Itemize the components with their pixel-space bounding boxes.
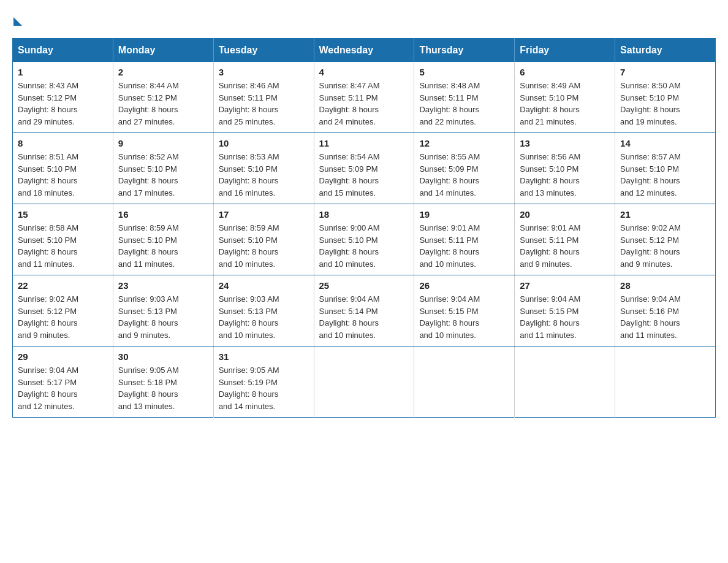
day-number: 26	[419, 280, 509, 291]
day-number: 29	[18, 351, 108, 362]
day-info: Sunrise: 9:04 AMSunset: 5:17 PMDaylight:…	[18, 364, 108, 412]
day-info: Sunrise: 8:55 AMSunset: 5:09 PMDaylight:…	[419, 151, 509, 199]
day-number: 13	[520, 138, 610, 148]
logo-arrow-icon	[13, 17, 22, 26]
calendar-cell: 26 Sunrise: 9:04 AMSunset: 5:15 PMDaylig…	[414, 275, 515, 347]
calendar-cell: 9 Sunrise: 8:52 AMSunset: 5:10 PMDayligh…	[113, 133, 213, 204]
day-info: Sunrise: 8:59 AMSunset: 5:10 PMDaylight:…	[118, 222, 208, 270]
calendar-cell: 21 Sunrise: 9:02 AMSunset: 5:12 PMDaylig…	[615, 204, 716, 275]
day-number: 8	[18, 138, 108, 148]
day-number: 28	[620, 280, 710, 291]
page-header	[12, 12, 716, 26]
day-number: 4	[319, 67, 409, 77]
day-number: 21	[620, 209, 710, 220]
day-number: 23	[118, 280, 208, 291]
calendar-week-row: 8 Sunrise: 8:51 AMSunset: 5:10 PMDayligh…	[13, 133, 716, 204]
calendar-cell: 2 Sunrise: 8:44 AMSunset: 5:12 PMDayligh…	[113, 62, 213, 133]
day-number: 15	[18, 209, 108, 220]
day-info: Sunrise: 9:02 AMSunset: 5:12 PMDaylight:…	[620, 222, 710, 270]
calendar-week-row: 29 Sunrise: 9:04 AMSunset: 5:17 PMDaylig…	[13, 347, 716, 418]
calendar-day-header-wednesday: Wednesday	[314, 39, 414, 63]
day-info: Sunrise: 8:53 AMSunset: 5:10 PMDaylight:…	[219, 151, 309, 199]
calendar-cell: 12 Sunrise: 8:55 AMSunset: 5:09 PMDaylig…	[414, 133, 515, 204]
day-info: Sunrise: 9:03 AMSunset: 5:13 PMDaylight:…	[118, 293, 208, 341]
day-number: 14	[620, 138, 710, 148]
calendar-cell: 8 Sunrise: 8:51 AMSunset: 5:10 PMDayligh…	[13, 133, 113, 204]
calendar-week-row: 15 Sunrise: 8:58 AMSunset: 5:10 PMDaylig…	[13, 204, 716, 275]
day-info: Sunrise: 9:05 AMSunset: 5:19 PMDaylight:…	[219, 364, 309, 412]
day-info: Sunrise: 9:00 AMSunset: 5:10 PMDaylight:…	[319, 222, 409, 270]
calendar-cell: 24 Sunrise: 9:03 AMSunset: 5:13 PMDaylig…	[213, 275, 314, 347]
calendar-cell	[615, 347, 716, 418]
day-number: 17	[219, 209, 309, 220]
calendar-cell: 1 Sunrise: 8:43 AMSunset: 5:12 PMDayligh…	[13, 62, 113, 133]
day-info: Sunrise: 9:01 AMSunset: 5:11 PMDaylight:…	[419, 222, 509, 270]
day-number: 6	[520, 67, 610, 77]
day-info: Sunrise: 8:49 AMSunset: 5:10 PMDaylight:…	[520, 80, 610, 128]
calendar-day-header-monday: Monday	[113, 39, 213, 63]
calendar-cell: 23 Sunrise: 9:03 AMSunset: 5:13 PMDaylig…	[113, 275, 213, 347]
day-info: Sunrise: 8:43 AMSunset: 5:12 PMDaylight:…	[18, 80, 108, 128]
day-info: Sunrise: 9:01 AMSunset: 5:11 PMDaylight:…	[520, 222, 610, 270]
day-info: Sunrise: 8:52 AMSunset: 5:10 PMDaylight:…	[118, 151, 208, 199]
day-info: Sunrise: 8:56 AMSunset: 5:10 PMDaylight:…	[520, 151, 610, 199]
calendar-day-header-sunday: Sunday	[13, 39, 113, 63]
calendar-cell: 31 Sunrise: 9:05 AMSunset: 5:19 PMDaylig…	[213, 347, 314, 418]
calendar-cell	[414, 347, 515, 418]
calendar-day-header-tuesday: Tuesday	[213, 39, 314, 63]
calendar-cell: 7 Sunrise: 8:50 AMSunset: 5:10 PMDayligh…	[615, 62, 716, 133]
calendar-cell: 3 Sunrise: 8:46 AMSunset: 5:11 PMDayligh…	[213, 62, 314, 133]
day-info: Sunrise: 9:02 AMSunset: 5:12 PMDaylight:…	[18, 293, 108, 341]
day-info: Sunrise: 9:04 AMSunset: 5:16 PMDaylight:…	[620, 293, 710, 341]
calendar-day-header-thursday: Thursday	[414, 39, 515, 63]
day-number: 16	[118, 209, 208, 220]
calendar-cell: 17 Sunrise: 8:59 AMSunset: 5:10 PMDaylig…	[213, 204, 314, 275]
day-number: 3	[219, 67, 309, 77]
calendar-cell: 27 Sunrise: 9:04 AMSunset: 5:15 PMDaylig…	[515, 275, 615, 347]
calendar-cell: 4 Sunrise: 8:47 AMSunset: 5:11 PMDayligh…	[314, 62, 414, 133]
day-number: 27	[520, 280, 610, 291]
calendar-cell: 14 Sunrise: 8:57 AMSunset: 5:10 PMDaylig…	[615, 133, 716, 204]
day-number: 5	[419, 67, 509, 77]
calendar-cell: 10 Sunrise: 8:53 AMSunset: 5:10 PMDaylig…	[213, 133, 314, 204]
day-number: 30	[118, 351, 208, 362]
calendar-cell: 16 Sunrise: 8:59 AMSunset: 5:10 PMDaylig…	[113, 204, 213, 275]
day-info: Sunrise: 9:03 AMSunset: 5:13 PMDaylight:…	[219, 293, 309, 341]
day-info: Sunrise: 8:58 AMSunset: 5:10 PMDaylight:…	[18, 222, 108, 270]
day-info: Sunrise: 9:05 AMSunset: 5:18 PMDaylight:…	[118, 364, 208, 412]
day-info: Sunrise: 8:46 AMSunset: 5:11 PMDaylight:…	[219, 80, 309, 128]
calendar-cell: 6 Sunrise: 8:49 AMSunset: 5:10 PMDayligh…	[515, 62, 615, 133]
day-info: Sunrise: 8:48 AMSunset: 5:11 PMDaylight:…	[419, 80, 509, 128]
day-info: Sunrise: 8:51 AMSunset: 5:10 PMDaylight:…	[18, 151, 108, 199]
day-info: Sunrise: 8:57 AMSunset: 5:10 PMDaylight:…	[620, 151, 710, 199]
day-number: 2	[118, 67, 208, 77]
calendar-day-header-friday: Friday	[515, 39, 615, 63]
calendar-cell	[515, 347, 615, 418]
day-number: 11	[319, 138, 409, 148]
day-info: Sunrise: 9:04 AMSunset: 5:15 PMDaylight:…	[419, 293, 509, 341]
calendar-cell: 25 Sunrise: 9:04 AMSunset: 5:14 PMDaylig…	[314, 275, 414, 347]
day-info: Sunrise: 8:47 AMSunset: 5:11 PMDaylight:…	[319, 80, 409, 128]
calendar-cell: 5 Sunrise: 8:48 AMSunset: 5:11 PMDayligh…	[414, 62, 515, 133]
day-number: 24	[219, 280, 309, 291]
day-number: 12	[419, 138, 509, 148]
calendar-header-row: SundayMondayTuesdayWednesdayThursdayFrid…	[13, 39, 716, 63]
day-info: Sunrise: 9:04 AMSunset: 5:15 PMDaylight:…	[520, 293, 610, 341]
calendar-cell: 30 Sunrise: 9:05 AMSunset: 5:18 PMDaylig…	[113, 347, 213, 418]
day-info: Sunrise: 9:04 AMSunset: 5:14 PMDaylight:…	[319, 293, 409, 341]
day-number: 7	[620, 67, 710, 77]
calendar-cell: 15 Sunrise: 8:58 AMSunset: 5:10 PMDaylig…	[13, 204, 113, 275]
day-info: Sunrise: 8:59 AMSunset: 5:10 PMDaylight:…	[219, 222, 309, 270]
calendar-cell: 28 Sunrise: 9:04 AMSunset: 5:16 PMDaylig…	[615, 275, 716, 347]
day-number: 31	[219, 351, 309, 362]
day-number: 18	[319, 209, 409, 220]
day-number: 22	[18, 280, 108, 291]
day-info: Sunrise: 8:54 AMSunset: 5:09 PMDaylight:…	[319, 151, 409, 199]
calendar-cell	[314, 347, 414, 418]
day-info: Sunrise: 8:44 AMSunset: 5:12 PMDaylight:…	[118, 80, 208, 128]
calendar-day-header-saturday: Saturday	[615, 39, 716, 63]
calendar-cell: 19 Sunrise: 9:01 AMSunset: 5:11 PMDaylig…	[414, 204, 515, 275]
calendar-cell: 11 Sunrise: 8:54 AMSunset: 5:09 PMDaylig…	[314, 133, 414, 204]
calendar-cell: 29 Sunrise: 9:04 AMSunset: 5:17 PMDaylig…	[13, 347, 113, 418]
day-number: 1	[18, 67, 108, 77]
